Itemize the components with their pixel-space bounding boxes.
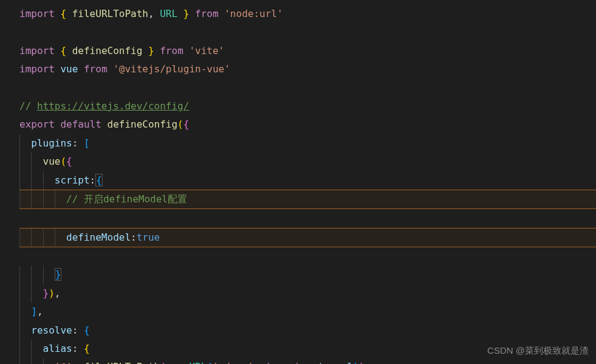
code-editor[interactable]: import { fileURLToPath, URL } from 'node… [19,5,596,364]
code-line-15: ], [19,306,43,317]
code-line-14: }), [19,287,60,299]
code-line-4: import vue from '@vitejs/plugin-vue' [19,63,230,75]
code-line-10: script:{ [19,174,103,186]
watermark: CSDN @菜到极致就是渣 [487,342,589,360]
code-line-12: defineModel:true [19,228,596,247]
code-line-3: import { defineConfig } from 'vite' [19,45,224,57]
code-line-17: alias: { [19,343,90,354]
code-line-16: resolve: { [19,325,90,336]
code-line-11: // 开启defineModel配置 [19,190,596,209]
code-line-6: // https://vitejs.dev/config/ [19,100,189,112]
code-line-13: } [19,269,61,280]
code-line-1: import { fileURLToPath, URL } from 'node… [19,8,283,19]
code-line-2 [19,26,26,38]
code-line-18: '@': fileURLToPath(new URL('./src', impo… [19,361,365,364]
code-line-8: plugins: [ [19,137,90,149]
code-line-5 [19,82,26,94]
code-line-7: export default defineConfig({ [19,118,189,130]
code-line-9: vue({ [19,156,72,167]
